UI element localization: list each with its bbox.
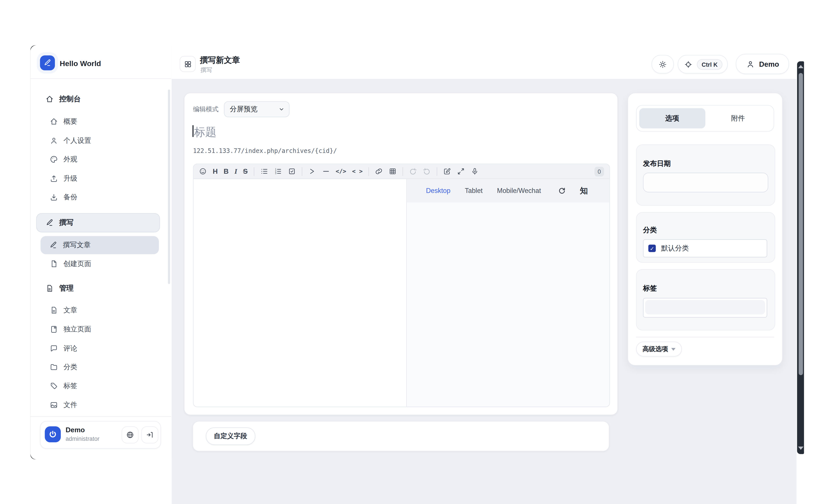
preview-tab-mobile[interactable]: Mobile/Wechat	[497, 187, 541, 194]
logout-button[interactable]	[141, 426, 158, 443]
home-icon	[50, 117, 58, 126]
sidebar-item-backup[interactable]: 备份	[50, 191, 77, 203]
sidebar-item-pages[interactable]: 独立页面	[50, 323, 91, 335]
permalink[interactable]: 122.51.133.77/index.php/archives/{cid}/	[193, 147, 337, 154]
theme-toggle-button[interactable]	[651, 55, 674, 74]
toolbar-separator	[403, 167, 403, 176]
category-list: ✓ 默认分类	[643, 239, 767, 257]
sidebar-item-files[interactable]: 文件	[50, 399, 77, 411]
visit-site-button[interactable]	[121, 426, 138, 443]
redo-icon	[423, 167, 431, 175]
triangle-down-icon	[671, 348, 676, 350]
category-label: 分类	[643, 226, 657, 235]
code-block-button[interactable]: </>	[336, 168, 346, 175]
table-button[interactable]	[389, 167, 397, 175]
tags-input[interactable]	[643, 298, 767, 317]
admin-app: Hello World 控制台 概要 个人设置 外观 升级 备份	[0, 0, 836, 504]
blockquote-icon	[308, 167, 316, 175]
sidebar-item-write-post[interactable]: 撰写文章	[40, 236, 159, 254]
page-scrollbar[interactable]	[797, 61, 804, 454]
category-checkbox[interactable]: ✓	[648, 245, 656, 252]
smiley-icon	[199, 167, 207, 175]
publish-date-section: 发布日期	[636, 144, 775, 206]
app-logo	[40, 55, 55, 70]
toolbar-separator	[437, 167, 437, 176]
microphone-icon	[471, 167, 479, 175]
palette-icon	[50, 155, 58, 163]
category-option-label[interactable]: 默认分类	[661, 244, 689, 253]
sidebar-item-create-page[interactable]: 创建页面	[50, 257, 91, 270]
preview-tab-desktop[interactable]: Desktop	[426, 187, 451, 194]
advanced-options-button[interactable]: 高级选项	[636, 342, 682, 356]
logout-icon	[146, 430, 154, 439]
link-button[interactable]	[375, 167, 383, 175]
preview-toolbar: Desktop Tablet Mobile/Wechat 知	[407, 179, 609, 202]
sidebar-scrollbar[interactable]	[168, 90, 170, 284]
markdown-editor-pane[interactable]	[193, 179, 406, 407]
bullet-list-button[interactable]	[260, 167, 268, 175]
sidebar-item-manage[interactable]: 管理	[45, 282, 74, 295]
heading-button[interactable]: H	[213, 167, 218, 175]
ordered-list-icon: 123	[274, 167, 282, 175]
ordered-list-button[interactable]: 123	[274, 167, 282, 175]
scrollbar-up-arrow[interactable]	[798, 65, 803, 68]
pen-icon	[45, 218, 54, 227]
sidebar-item-console[interactable]: 控制台	[45, 93, 81, 105]
edit-mode-button[interactable]	[443, 167, 451, 175]
user-name: Demo	[66, 426, 85, 434]
command-palette-button[interactable]: Ctrl K	[678, 55, 728, 74]
strikethrough-button[interactable]: S	[243, 167, 248, 175]
post-title-input[interactable]: 标题	[194, 125, 216, 139]
tag-icon	[50, 382, 58, 390]
toolbar-separator	[302, 167, 302, 176]
blockquote-button[interactable]	[308, 167, 316, 175]
edit-mode-select[interactable]: 分屏预览	[224, 101, 289, 117]
edit-mode-label: 编辑模式	[193, 105, 218, 114]
editor-area: H B I S 123 </> < >	[193, 163, 610, 407]
undo-button[interactable]	[409, 167, 417, 175]
top-header: 撰写新文章 撰写 Ctrl K Demo	[172, 45, 796, 79]
app-title: Hello World	[60, 59, 101, 67]
account-menu-button[interactable]: Demo	[736, 54, 789, 74]
horizontal-rule-icon	[322, 167, 330, 175]
sidebar-item-comments[interactable]: 评论	[50, 342, 77, 355]
publish-date-label: 发布日期	[643, 159, 671, 169]
sidebar-item-posts[interactable]: 文章	[50, 304, 77, 316]
publish-date-input[interactable]	[643, 173, 768, 192]
zhihu-export-button[interactable]: 知	[580, 186, 588, 196]
sidebar-item-profile[interactable]: 个人设置	[50, 134, 91, 147]
italic-button[interactable]: I	[234, 167, 237, 176]
apps-grid-button[interactable]	[180, 56, 196, 72]
tags-label: 标签	[643, 284, 657, 293]
scrollbar-thumb[interactable]	[798, 73, 802, 375]
image-icon	[50, 401, 58, 409]
tab-attachments[interactable]: 附件	[705, 108, 771, 129]
comment-icon	[50, 344, 58, 353]
custom-fields-button[interactable]: 自定义字段	[206, 427, 255, 445]
tab-options[interactable]: 选项	[639, 108, 705, 129]
page-title: 撰写新文章	[200, 55, 240, 65]
redo-button[interactable]	[423, 167, 431, 175]
undo-icon	[409, 167, 417, 175]
fullscreen-button[interactable]	[457, 167, 465, 175]
task-list-button[interactable]	[288, 167, 296, 175]
table-icon	[389, 167, 397, 175]
word-count-badge: 0	[594, 167, 604, 176]
power-icon	[48, 430, 58, 439]
microphone-button[interactable]	[471, 167, 479, 175]
inline-code-button[interactable]: < >	[352, 168, 363, 175]
sidebar-divider-bottom	[31, 416, 171, 417]
sidebar-item-overview[interactable]: 概要	[50, 115, 77, 128]
preview-tab-tablet[interactable]: Tablet	[465, 187, 482, 194]
sidebar-item-tags[interactable]: 标签	[50, 380, 77, 392]
bold-button[interactable]: B	[224, 167, 229, 175]
sidebar-item-appearance[interactable]: 外观	[50, 153, 77, 166]
custom-fields-card: 自定义字段	[192, 421, 609, 451]
sidebar-item-write[interactable]: 撰写	[36, 213, 160, 232]
sidebar-item-upgrade[interactable]: 升级	[50, 172, 77, 185]
sidebar-item-categories[interactable]: 分类	[50, 361, 77, 373]
preview-refresh-button[interactable]	[557, 187, 566, 195]
emoji-button[interactable]	[199, 167, 207, 175]
horizontal-rule-button[interactable]	[322, 167, 330, 175]
scrollbar-down-arrow[interactable]	[798, 447, 803, 450]
